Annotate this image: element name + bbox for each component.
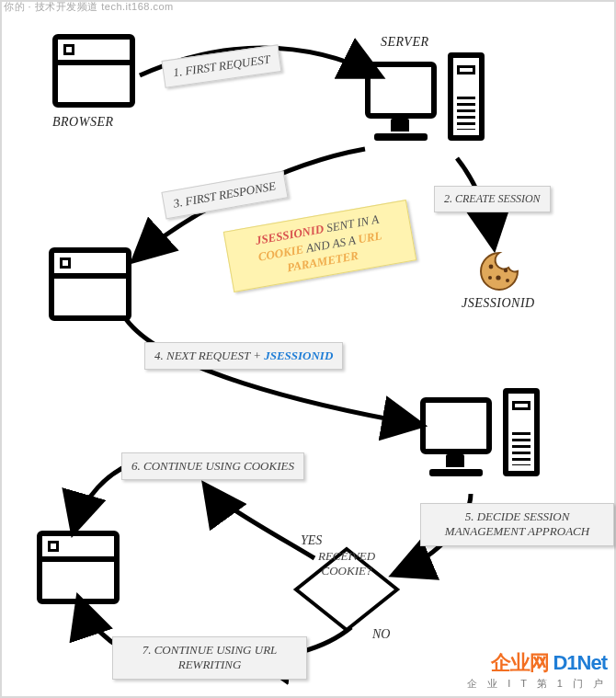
step-7-label: 7. CONTINUE USING URL REWRITING	[112, 636, 307, 680]
jsessionid-caption: JSESSIONID	[462, 296, 535, 311]
step-4-prefix: 4. NEXT REQUEST +	[154, 349, 264, 362]
browser-icon-middle	[49, 247, 131, 321]
server-icon-bottom	[420, 388, 540, 498]
logo-cn: 企业网	[491, 651, 549, 674]
step-2-label: 2. CREATE SESSION	[434, 186, 551, 212]
server-icon-top	[365, 52, 485, 163]
svg-point-4	[506, 279, 509, 282]
decision-line1: RECEIVED	[296, 549, 397, 564]
server-label: SERVER	[381, 35, 429, 50]
browser-icon-top	[52, 34, 135, 108]
step-6-label: 6. CONTINUE USING COOKIES	[121, 452, 304, 480]
watermark-top: 你的 · 技术开发频道 tech.it168.com	[4, 0, 174, 14]
decision-no: NO	[372, 627, 390, 642]
browser-label: BROWSER	[52, 115, 113, 130]
step-4-label: 4. NEXT REQUEST + JSESSIONID	[144, 342, 343, 370]
jsid-note: JSESSIONID SENT IN A COOKIE AND AS A URL…	[223, 200, 417, 292]
watermark-bottom: 企业网 D1Net 企 业 I T 第 1 门 户	[467, 649, 607, 691]
step-5-label: 5. DECIDE SESSION MANAGEMENT APPROACH	[420, 503, 614, 546]
step-4-kw: JSESSIONID	[264, 349, 333, 362]
diagram-canvas: 你的 · 技术开发频道 tech.it168.com 企业网 D1Net 企 业…	[0, 0, 616, 698]
decision-line2: COOKIE?	[296, 564, 397, 578]
step-3-label: 3. FIRST RESPONSE	[161, 171, 288, 220]
svg-point-1	[496, 275, 500, 280]
decision-yes: YES	[301, 533, 322, 548]
step-1-label: 1. FIRST REQUEST	[162, 44, 282, 88]
svg-point-3	[488, 276, 492, 280]
logo-tagline: 企 业 I T 第 1 门 户	[467, 677, 607, 691]
decision-text: RECEIVED COOKIE?	[296, 549, 397, 578]
browser-icon-bottom	[37, 531, 120, 604]
svg-point-2	[504, 269, 508, 272]
cookie-icon	[478, 250, 520, 292]
svg-point-0	[489, 265, 494, 269]
logo-en: D1Net	[553, 651, 607, 674]
